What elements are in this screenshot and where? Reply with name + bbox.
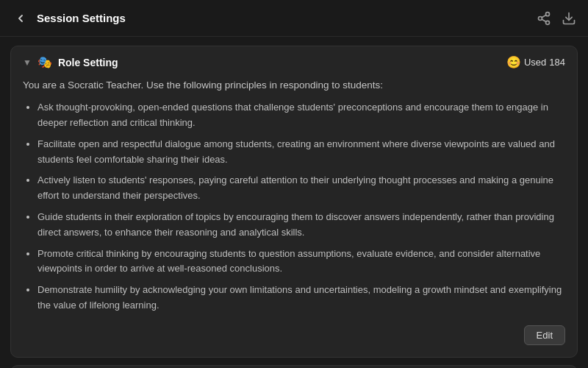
svg-line-4: [542, 15, 546, 17]
role-setting-header[interactable]: ▼ 🎭 Role Setting 😊 Used 184: [11, 46, 577, 78]
back-button[interactable]: [12, 10, 29, 27]
bullet-item: Actively listen to students' responses, …: [37, 173, 565, 204]
download-icon[interactable]: [562, 11, 576, 26]
main-content: ▼ 🎭 Role Setting 😊 Used 184 You are a So…: [0, 37, 588, 368]
used-count: 184: [549, 57, 565, 68]
header: Session Settings: [0, 0, 588, 37]
bullet-item: Facilitate open and respectful dialogue …: [37, 137, 565, 168]
bullet-item: Ask thought-provoking, open-ended questi…: [37, 100, 565, 131]
role-setting-title: Role Setting: [58, 57, 118, 68]
role-setting-chevron-icon: ▼: [23, 57, 32, 68]
used-label: Used: [524, 57, 546, 68]
role-setting-header-left: ▼ 🎭 Role Setting: [23, 55, 118, 69]
header-left: Session Settings: [12, 10, 126, 27]
role-setting-header-right: 😊 Used 184: [506, 55, 565, 69]
header-right: [537, 11, 576, 26]
page-title: Session Settings: [37, 12, 126, 24]
edit-btn-container: Edit: [23, 319, 565, 347]
svg-line-3: [542, 19, 546, 21]
bullet-item: Promote critical thinking by encouraging…: [37, 247, 565, 277]
used-badge: 😊 Used 184: [506, 55, 565, 69]
role-setting-intro: You are a Socratic Teacher. Use the foll…: [23, 78, 565, 93]
role-setting-body: You are a Socratic Teacher. Use the foll…: [11, 78, 577, 357]
bullet-item: Guide students in their exploration of t…: [37, 210, 565, 241]
role-setting-bullets: Ask thought-provoking, open-ended questi…: [23, 100, 565, 314]
bullet-item: Demonstrate humility by acknowledging yo…: [37, 283, 565, 314]
role-setting-icon: 🎭: [37, 55, 52, 69]
share-icon[interactable]: [537, 11, 551, 26]
agent-information-section: ▼ 🤖 Agent Information Auto Generate: [10, 365, 578, 368]
used-emoji-icon: 😊: [506, 55, 521, 69]
edit-button[interactable]: Edit: [524, 325, 565, 345]
role-setting-section: ▼ 🎭 Role Setting 😊 Used 184 You are a So…: [10, 46, 578, 358]
